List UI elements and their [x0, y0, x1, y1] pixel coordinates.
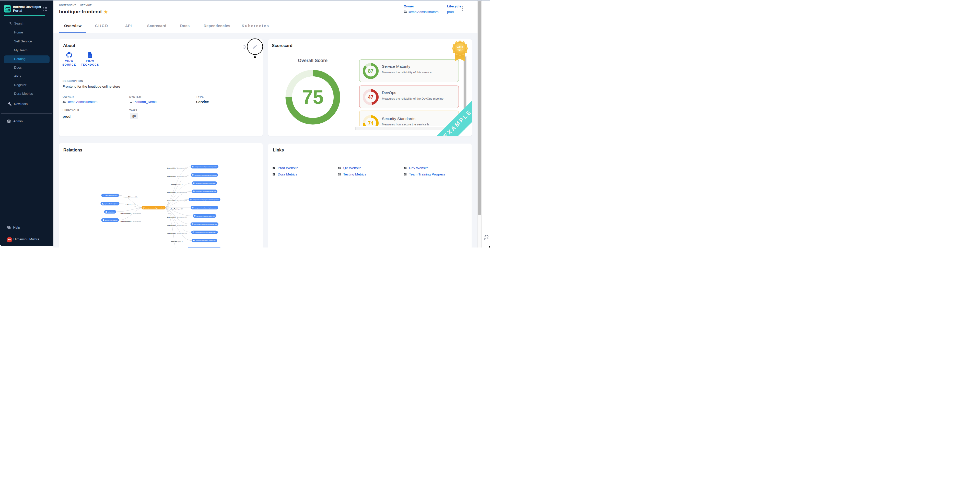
svg-text:component:boutique-loadgenerat: component:boutique-loadgenerator	[195, 232, 216, 233]
svg-text:dependsOn / dependencyOf: dependsOn / dependencyOf	[167, 224, 187, 226]
svg-text:VIEW: VIEW	[86, 59, 94, 62]
svg-text:component:boutique-cartservice: component:boutique-cartservice	[196, 240, 216, 241]
svg-text:dependsOn / dependencyOf: dependsOn / dependencyOf	[167, 232, 187, 234]
svg-text:component:boutique-paymentserv: component:boutique-paymentservice	[194, 175, 216, 176]
svg-text:dependsOn / dependencyOf: dependsOn / dependencyOf	[167, 191, 187, 193]
svg-text:hasPart / partOf: hasPart / partOf	[171, 208, 183, 210]
svg-text:component:boutique-adservice: component:boutique-adservice	[196, 215, 215, 217]
svg-text:hasPart / partOf: hasPart / partOf	[125, 204, 136, 205]
svg-text:component:boutique-checkoutser: component:boutique-checkoutservice	[194, 223, 217, 225]
svg-text:api:petstore: api:petstore	[108, 211, 115, 213]
svg-text:component:boutique-frontend: component:boutique-frontend	[145, 207, 164, 209]
svg-text:SOURCE: SOURCE	[62, 63, 76, 66]
svg-text:dependsOn / dependencyOf: dependsOn / dependencyOf	[167, 200, 187, 202]
svg-text:TECHDOCS: TECHDOCS	[81, 63, 99, 66]
svg-text:Gold: Gold	[457, 45, 463, 48]
svg-text:hasPart / partOf: hasPart / partOf	[171, 183, 183, 185]
svg-text:system:Platform_Demo: system:Platform_Demo	[104, 203, 118, 205]
svg-text:74: 74	[368, 120, 374, 126]
svg-text:apiProvidedBy / providesApi: apiProvidedBy / providesApi	[120, 220, 141, 222]
svg-text:dependsOn / dependencyOf: dependsOn / dependencyOf	[167, 216, 187, 218]
svg-text:apiProvidedBy / providesApi: apiProvidedBy / providesApi	[120, 212, 141, 214]
svg-text:VIEW: VIEW	[65, 59, 73, 62]
svg-text:75: 75	[302, 86, 324, 108]
svg-text:hasPart / partOf: hasPart / partOf	[171, 240, 183, 242]
svg-text:47: 47	[368, 94, 374, 100]
svg-text:dependsOn / dependencyOf: dependsOn / dependencyOf	[167, 175, 187, 177]
svg-text:component:boutique-currencyser: component:boutique-currencyservice	[194, 166, 217, 167]
svg-text:component:boutique-productcata: component:boutique-productcatalogservice	[192, 199, 219, 201]
svg-text:87: 87	[368, 68, 374, 74]
svg-text:dependsOn / dependencyOf: dependsOn / dependencyOf	[167, 167, 187, 169]
svg-text:component:boutique-emailservic: component:boutique-emailservice	[196, 191, 216, 192]
svg-text:ownerOf / ownedBy: ownerOf / ownedBy	[123, 196, 138, 198]
svg-text:component:boutique-shippingser: component:boutique-shippingservice	[194, 207, 216, 209]
svg-text:Tier: Tier	[457, 48, 463, 51]
svg-text:api:starwars-graphql: api:starwars-graphql	[105, 220, 117, 221]
svg-text:component:boutique-redisservic: component:boutique-redisservice	[196, 182, 216, 184]
svg-text:Demo Administrators: Demo Administrators	[105, 195, 117, 196]
